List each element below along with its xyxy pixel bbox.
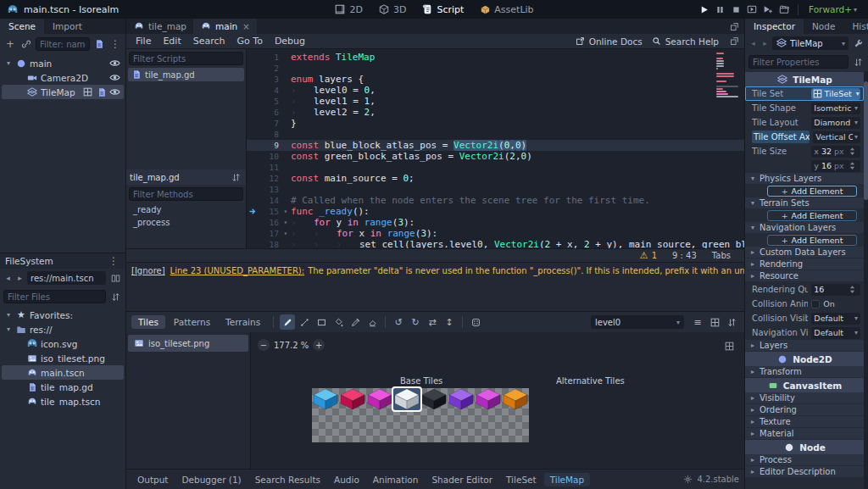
dock-tab-import[interactable]: Import <box>44 19 91 34</box>
bottom-tab-output[interactable]: Output <box>131 473 174 486</box>
code-line-8[interactable]: 8 <box>247 129 744 140</box>
picker-tool-button[interactable] <box>348 314 363 330</box>
tile-purple[interactable] <box>448 388 475 410</box>
flip-vertical-button[interactable]: ↕ <box>442 314 457 330</box>
eraser-tool-button[interactable] <box>364 314 380 330</box>
chevron-down-icon[interactable]: ▾ <box>4 59 13 67</box>
code-line-18[interactable]: 18›››set_cell(layers.level0, Vector2i(2 … <box>247 239 744 248</box>
inspector-scrollbar[interactable] <box>864 71 868 489</box>
code-line-4[interactable]: 4›level0 = 0, <box>247 85 744 96</box>
fold-arrow[interactable]: ▾ <box>281 217 291 228</box>
inspector-tab-node[interactable]: Node <box>804 19 843 34</box>
category-node2d[interactable]: Node2D <box>745 352 864 366</box>
section-process[interactable]: ▸Process <box>745 454 864 465</box>
code-line-6[interactable]: 6›level2 = 2, <box>247 107 744 118</box>
code-line-3[interactable]: 3enum layers { <box>247 74 744 85</box>
inspector-tools-button[interactable] <box>851 36 865 50</box>
split-view-button[interactable] <box>108 271 122 285</box>
paint-tool-button[interactable] <box>280 314 295 330</box>
inspector-tab-history[interactable]: History <box>843 19 868 34</box>
section-terrain-sets[interactable]: ▾Terrain Sets <box>745 197 864 208</box>
workspace-script-button[interactable]: Script <box>415 3 470 16</box>
method-item-process[interactable]: _process <box>126 216 246 229</box>
fs-back-button[interactable]: ◂ <box>3 274 13 282</box>
collision-anim-checkbox[interactable]: On <box>811 299 835 308</box>
section-ordering[interactable]: ▸Ordering <box>745 404 864 415</box>
rotate-right-button[interactable]: ↻ <box>408 314 423 330</box>
tree-item-tile-map-gd[interactable]: tile_map.gd <box>2 380 124 394</box>
search-help-button[interactable]: Search Help <box>651 36 719 47</box>
tree-item-res[interactable]: ▾res:// <box>2 322 124 336</box>
workspace-2d-button[interactable]: 2D <box>327 3 369 16</box>
tree-item-main-tscn[interactable]: main.tscn <box>2 365 124 380</box>
rect-tool-button[interactable] <box>314 314 329 330</box>
close-tab-button[interactable]: × <box>242 22 249 31</box>
code-line-5[interactable]: 5›level1 = 1, <box>247 96 744 107</box>
code-line-10[interactable]: 10const green_block_atlas_pos = Vector2i… <box>247 151 744 162</box>
tile-white[interactable] <box>393 388 420 410</box>
tile-blue[interactable] <box>312 388 339 410</box>
add-node-button[interactable]: + <box>3 37 17 51</box>
sort-sources-button[interactable] <box>724 314 739 330</box>
online-docs-button[interactable]: Online Docs <box>575 36 643 47</box>
code-line-2[interactable]: 2 <box>247 63 744 74</box>
code-line-9[interactable]: 9const blue_block_atlas_pos = Vector2i(0… <box>247 140 744 151</box>
filter-methods-input[interactable] <box>129 187 243 201</box>
bottom-tab-debugger-1[interactable]: Debugger (1) <box>175 473 247 486</box>
sort-methods-button[interactable] <box>229 170 242 184</box>
tile-black[interactable] <box>420 388 448 410</box>
menu-go-to[interactable]: Go To <box>231 36 269 47</box>
view-list-button[interactable]: ≡ <box>690 314 705 330</box>
tile-set-resource-button[interactable]: TileSet▾ <box>811 88 860 100</box>
menu-file[interactable]: File <box>130 36 157 47</box>
scene-menu-button[interactable]: ⋮ <box>108 37 122 51</box>
fs-forward-button[interactable]: ▸ <box>15 274 25 282</box>
bottom-tab-tileset[interactable]: TileSet <box>500 473 542 486</box>
filesystem-menu-button[interactable]: ⋮ <box>107 254 120 268</box>
code-line-15[interactable]: 15▾func _ready(): <box>247 206 744 217</box>
attach-script-button[interactable] <box>92 37 106 51</box>
file-sort-button[interactable] <box>108 290 122 303</box>
section-custom-data-layers[interactable]: ▸Custom Data Layers <box>745 247 864 258</box>
workspace-assetlib-button[interactable]: AssetLib <box>472 3 540 16</box>
navigation-visi-dropdown[interactable]: Default▾ <box>811 327 860 339</box>
ignore-warning-link[interactable]: [Ignore] <box>131 266 165 275</box>
code-editor[interactable]: 1extends TileMap23enum layers {4›level0 … <box>247 49 744 248</box>
code-line-7[interactable]: 7} <box>247 118 744 129</box>
tree-item-favorites[interactable]: ▾★Favorites: <box>2 308 124 322</box>
tree-item-tile-map-tscn[interactable]: tile_map.tscn <box>2 394 124 408</box>
add-element-button[interactable]: +Add Element <box>767 210 857 221</box>
bottom-tab-animation[interactable]: Animation <box>367 473 425 486</box>
scrollbar-thumb[interactable] <box>864 81 868 200</box>
category-tilemap[interactable]: TileMap <box>745 72 864 86</box>
tile-orange[interactable] <box>502 388 529 410</box>
tile-atlas-grid[interactable] <box>312 388 529 442</box>
tree-item-icon-svg[interactable]: icon.svg <box>2 336 124 351</box>
code-line-16[interactable]: 16▾›for y in range(3): <box>247 217 744 228</box>
flip-horizontal-button[interactable]: ⇄ <box>425 314 440 330</box>
workspace-3d-button[interactable]: 3D <box>371 3 413 16</box>
method-item-ready[interactable]: _ready <box>126 203 246 216</box>
code-line-11[interactable]: 11 <box>247 162 744 173</box>
instantiate-scene-button[interactable] <box>19 37 33 51</box>
menu-edit[interactable]: Edit <box>157 36 186 47</box>
y-value-spinbox[interactable]: y16px <box>811 160 860 172</box>
tile-crimson[interactable] <box>339 388 366 410</box>
bottom-tab-audio[interactable]: Audio <box>328 473 365 486</box>
tile-shape-dropdown[interactable]: Isometric▾ <box>811 103 860 114</box>
menu-search[interactable]: Search <box>187 36 231 47</box>
play-button[interactable] <box>697 3 711 17</box>
tree-item-camera2d[interactable]: Camera2D <box>2 70 124 85</box>
add-element-button[interactable]: +Add Element <box>767 235 857 246</box>
play-custom-scene-button[interactable] <box>761 3 776 17</box>
fold-arrow[interactable]: ▾ <box>281 206 291 217</box>
tile-magenta[interactable] <box>366 388 393 410</box>
fold-arrow[interactable]: ▾ <box>281 228 291 239</box>
section-navigation-layers[interactable]: ▾Navigation Layers <box>745 222 864 233</box>
category-canvasitem[interactable]: CanvasItem <box>745 378 864 392</box>
section-editor-description[interactable]: ▸Editor Description <box>745 466 864 477</box>
code-line-14[interactable]: 14# Called when the node enters the scen… <box>247 195 744 206</box>
random-tile-button[interactable] <box>468 314 483 330</box>
rotate-left-button[interactable]: ↺ <box>391 314 406 330</box>
zoom-in-button[interactable]: + <box>313 339 325 351</box>
